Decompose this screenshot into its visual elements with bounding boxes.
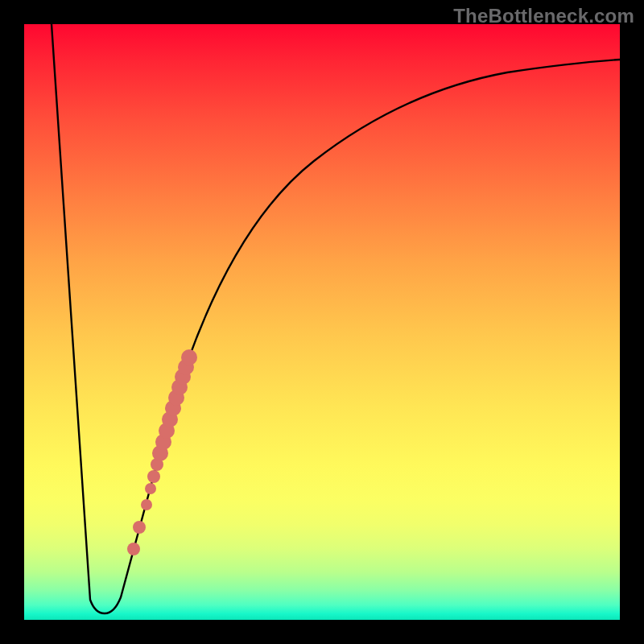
data-point: [181, 349, 197, 365]
chart-svg: [24, 24, 620, 620]
plot-area: [24, 24, 620, 620]
chart-frame: TheBottleneck.com: [0, 0, 644, 644]
data-point: [133, 521, 146, 534]
highlighted-points: [127, 349, 197, 555]
data-point: [147, 470, 160, 483]
data-point: [141, 499, 152, 510]
data-point: [127, 543, 140, 555]
data-point: [145, 483, 156, 494]
